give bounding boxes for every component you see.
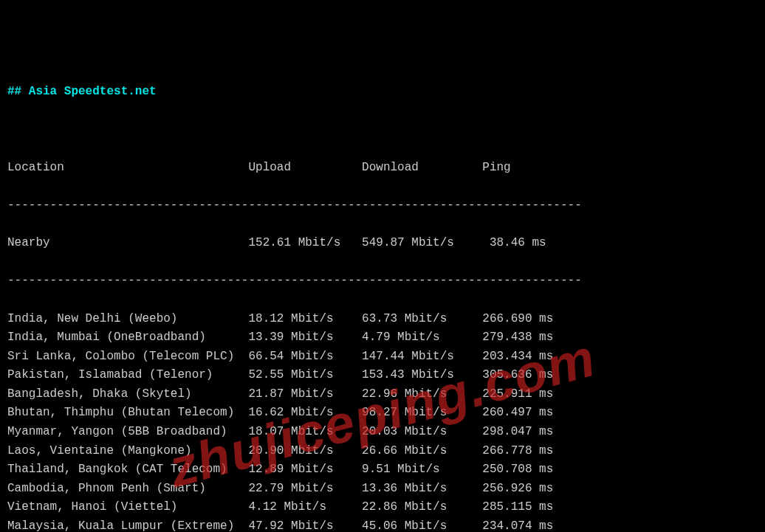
table-row: Laos, Vientaine (Mangkone) 20.90 Mbit/s … bbox=[7, 442, 758, 461]
table-row: Thailand, Bangkok (CAT Telecom) 12.89 Mb… bbox=[7, 460, 758, 480]
table-row: India, Mumbai (OneBroadband) 13.39 Mbit/… bbox=[7, 328, 758, 348]
table-row: Pakistan, Islamabad (Telenor) 52.55 Mbit… bbox=[7, 366, 758, 385]
speedtest-rows: India, New Delhi (Weebo) 18.12 Mbit/s 63… bbox=[7, 310, 758, 533]
section-title: ## Asia Speedtest.net bbox=[7, 83, 758, 102]
table-row: Cambodia, Phnom Penh (Smart) 22.79 Mbit/… bbox=[7, 480, 758, 499]
table-row: India, New Delhi (Weebo) 18.12 Mbit/s 63… bbox=[7, 310, 758, 329]
table-row: Sri Lanka, Colombo (Telecom PLC) 66.54 M… bbox=[7, 348, 758, 367]
table-row: Malaysia, Kuala Lumpur (Extreme) 47.92 M… bbox=[7, 517, 758, 532]
divider: ----------------------------------------… bbox=[7, 196, 758, 215]
divider: ----------------------------------------… bbox=[7, 272, 758, 291]
table-row: Vietnam, Hanoi (Viettel) 4.12 Mbit/s 22.… bbox=[7, 498, 758, 517]
table-row: Bhutan, Thimphu (Bhutan Telecom) 16.62 M… bbox=[7, 404, 758, 423]
table-row: Bangladesh, Dhaka (Skytel) 21.87 Mbit/s … bbox=[7, 385, 758, 404]
table-row: Myanmar, Yangon (5BB Broadband) 18.07 Mb… bbox=[7, 423, 758, 442]
blank-line bbox=[7, 121, 758, 140]
nearby-row: Nearby 152.61 Mbit/s 549.87 Mbit/s 38.46… bbox=[7, 234, 758, 253]
header-row: Location Upload Download Ping bbox=[7, 159, 758, 178]
